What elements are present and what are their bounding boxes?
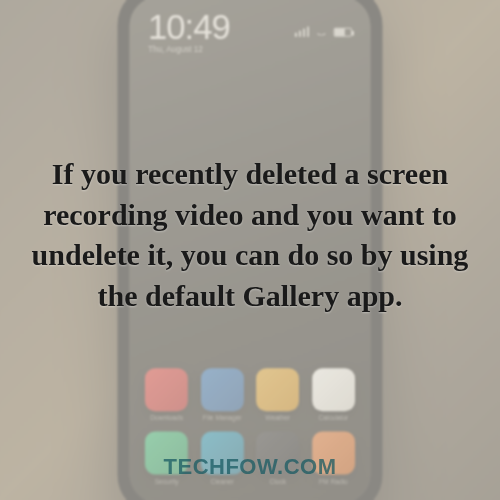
site-watermark: TECHFOW.COM — [164, 454, 337, 480]
main-text: If you recently deleted a screen recordi… — [30, 154, 470, 316]
image-root: 10:49 Thu, August 12 Downloads File Mana… — [0, 0, 500, 500]
text-overlay: If you recently deleted a screen recordi… — [0, 0, 500, 500]
